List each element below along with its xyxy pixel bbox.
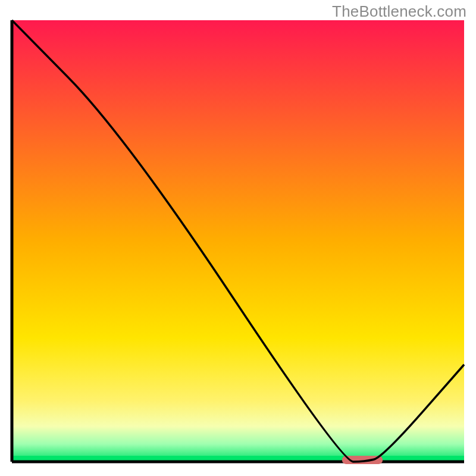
bottleneck-chart bbox=[0, 0, 476, 476]
plot-background bbox=[12, 20, 464, 462]
chart-frame: TheBottleneck.com bbox=[0, 0, 476, 476]
